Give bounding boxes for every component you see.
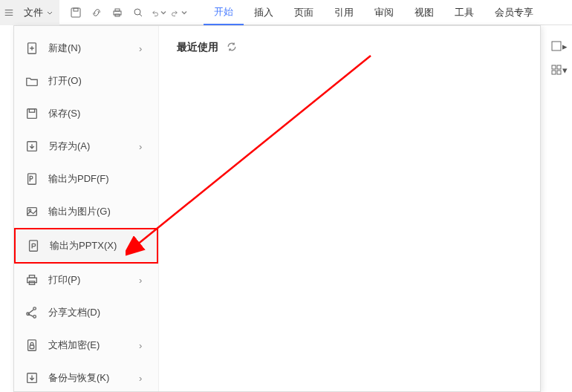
redo-icon[interactable] <box>171 4 189 22</box>
print-icon[interactable] <box>108 4 126 22</box>
folder-icon <box>25 74 39 88</box>
svg-rect-1 <box>74 8 78 11</box>
link-icon[interactable] <box>88 4 105 22</box>
sidebar-item-export-pptx[interactable]: 输出为PPTX(X) <box>14 228 158 264</box>
svg-rect-8 <box>29 109 34 113</box>
svg-point-12 <box>29 209 31 212</box>
chevron-right-icon: › <box>139 275 148 286</box>
tab-reference[interactable]: 引用 <box>324 0 364 25</box>
svg-rect-23 <box>552 65 556 69</box>
sidebar-item-share[interactable]: 分享文档(D) <box>14 296 158 329</box>
preview-icon[interactable] <box>129 4 147 22</box>
tab-view[interactable]: 视图 <box>404 0 444 25</box>
tab-review[interactable]: 审阅 <box>364 0 404 25</box>
chevron-right-icon: › <box>139 141 148 152</box>
sidebar-label: 备份与恢复(K) <box>48 371 139 385</box>
tab-page[interactable]: 页面 <box>284 0 324 25</box>
printer-icon <box>25 272 39 287</box>
save-icon[interactable] <box>67 4 85 22</box>
right-side-toolbar: ▸ ▾ <box>545 33 572 83</box>
sidebar-label: 文档加密(E) <box>48 339 139 352</box>
sidebar-label: 新建(N) <box>48 42 139 55</box>
file-menu-label: 文件 <box>24 6 43 19</box>
annotation-arrow <box>126 48 378 256</box>
top-toolbar: 文件 开始 插入 页面 引用 审阅 视图 工具 会员专享 <box>0 0 572 25</box>
file-menu-sidebar: 新建(N) › 打开(O) 保存(S) 另存为(A) › 输出为PDF(F) 输… <box>14 26 159 391</box>
sidebar-label: 分享文档(D) <box>48 306 148 319</box>
backup-icon <box>25 370 39 385</box>
sidebar-item-new[interactable]: 新建(N) › <box>14 32 158 65</box>
file-dropdown-panel: 新建(N) › 打开(O) 保存(S) 另存为(A) › 输出为PDF(F) 输… <box>13 25 541 392</box>
saveas-icon <box>25 139 39 154</box>
svg-rect-18 <box>30 345 33 349</box>
chevron-right-icon: › <box>139 43 148 54</box>
pdf-icon <box>25 172 39 186</box>
refresh-icon[interactable] <box>226 41 239 54</box>
right-tool-2[interactable]: ▾ <box>550 61 568 79</box>
sidebar-label: 打印(P) <box>48 273 139 287</box>
sidebar-item-saveas[interactable]: 另存为(A) › <box>14 130 158 163</box>
recent-label: 最近使用 <box>177 41 218 54</box>
pptx-icon <box>26 238 41 253</box>
ribbon-tabs: 开始 插入 页面 引用 审阅 视图 工具 会员专享 <box>204 0 544 25</box>
svg-rect-7 <box>27 109 37 119</box>
right-tool-1[interactable]: ▸ <box>550 37 568 55</box>
lock-icon <box>25 338 39 353</box>
sidebar-item-save[interactable]: 保存(S) <box>14 97 158 130</box>
hamburger-icon[interactable] <box>0 0 18 25</box>
sidebar-label: 输出为PDF(F) <box>48 172 148 186</box>
save-file-icon <box>25 106 39 121</box>
chevron-right-icon: › <box>139 373 148 384</box>
sidebar-label: 输出为图片(G) <box>48 205 148 218</box>
sidebar-item-export-pdf[interactable]: 输出为PDF(F) <box>14 163 158 195</box>
svg-rect-3 <box>115 9 120 11</box>
tab-member[interactable]: 会员专享 <box>484 0 544 25</box>
svg-rect-25 <box>552 71 556 74</box>
svg-rect-26 <box>557 71 561 74</box>
quick-access-toolbar <box>67 4 189 22</box>
sidebar-item-encrypt[interactable]: 文档加密(E) › <box>14 329 158 362</box>
sidebar-label: 另存为(A) <box>48 140 139 153</box>
svg-line-21 <box>137 56 371 245</box>
tab-insert[interactable]: 插入 <box>244 0 284 25</box>
image-icon <box>25 204 39 219</box>
tab-tools[interactable]: 工具 <box>444 0 484 25</box>
sidebar-item-export-img[interactable]: 输出为图片(G) <box>14 195 158 228</box>
svg-rect-13 <box>30 241 38 251</box>
sidebar-label: 输出为PPTX(X) <box>50 239 146 252</box>
file-content-area: 最近使用 <box>159 26 540 391</box>
svg-point-5 <box>134 9 140 15</box>
svg-rect-15 <box>29 275 34 278</box>
recent-header: 最近使用 <box>177 41 522 54</box>
svg-rect-0 <box>71 8 80 17</box>
sidebar-item-backup[interactable]: 备份与恢复(K) › <box>14 362 158 392</box>
sidebar-label: 打开(O) <box>48 74 148 88</box>
chevron-right-icon: › <box>139 340 148 351</box>
undo-icon[interactable] <box>150 4 168 22</box>
sidebar-label: 保存(S) <box>48 107 148 120</box>
sidebar-item-print[interactable]: 打印(P) › <box>14 264 158 296</box>
svg-rect-24 <box>557 65 561 69</box>
tab-start[interactable]: 开始 <box>204 0 244 25</box>
svg-rect-22 <box>552 42 561 50</box>
share-icon <box>25 305 39 320</box>
file-menu-button[interactable]: 文件 <box>18 0 59 25</box>
svg-rect-14 <box>27 278 37 282</box>
new-file-icon <box>25 41 39 56</box>
sidebar-item-open[interactable]: 打开(O) <box>14 65 158 97</box>
